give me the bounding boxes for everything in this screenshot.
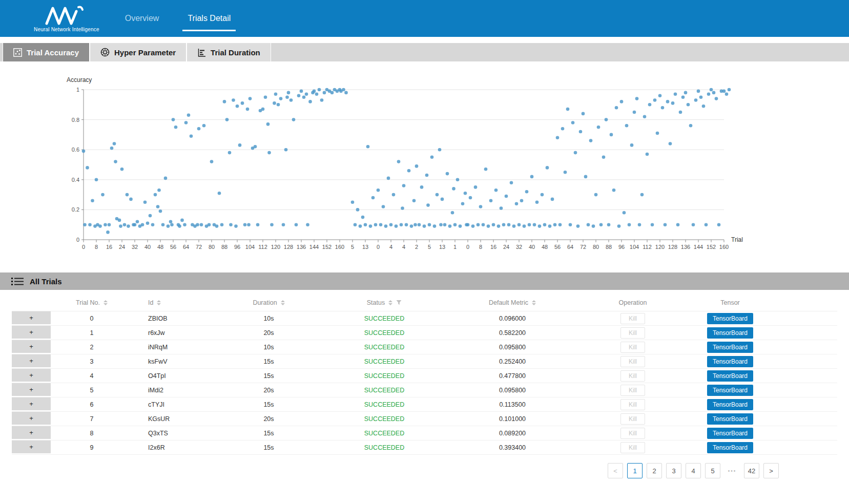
tensorboard-button[interactable]: TensorBoard [707, 385, 753, 396]
tensorboard-button[interactable]: TensorBoard [707, 413, 753, 425]
kill-button[interactable]: Kill [620, 370, 645, 382]
nav-trials-detail[interactable]: Trials Detail [187, 11, 232, 26]
trial-id-cell: iMdi2 [133, 387, 210, 394]
trial-id-cell: ZBIOB [133, 315, 210, 322]
kill-button[interactable]: Kill [620, 442, 645, 453]
scatter-point [284, 148, 288, 152]
sort-icon[interactable] [157, 300, 161, 305]
pagination-page-1[interactable]: 1 [627, 463, 643, 478]
scatter-point [249, 97, 252, 100]
tensorboard-button[interactable]: TensorBoard [707, 313, 753, 324]
trial-id-cell: I2x6R [133, 444, 210, 451]
scatter-point [689, 124, 693, 128]
scatter-point [292, 118, 296, 121]
tensorboard-button[interactable]: TensorBoard [707, 327, 753, 339]
scatter-point [664, 223, 667, 226]
kill-button[interactable]: Kill [620, 385, 645, 396]
default-metric-cell: 0.095800 [441, 387, 584, 394]
scatter-point [502, 223, 506, 226]
x-tick-label: 32 [516, 244, 522, 250]
scatter-point [474, 185, 478, 189]
nav-overview[interactable]: Overview [124, 11, 160, 26]
sort-icon[interactable] [281, 300, 285, 305]
accuracy-chart: 00.20.40.60.8108162432404856647280889610… [66, 76, 783, 255]
expand-row-button[interactable]: + [12, 383, 51, 397]
scatter-point [525, 190, 529, 194]
scatter-point [190, 135, 193, 138]
tensorboard-button[interactable]: TensorBoard [707, 342, 753, 353]
status-cell: SUCCEEDED [328, 401, 441, 408]
sort-icon[interactable] [103, 300, 108, 305]
sort-icon[interactable] [532, 300, 536, 305]
column-header-duration[interactable]: Duration [210, 299, 328, 306]
kill-button[interactable]: Kill [620, 413, 645, 425]
tensorboard-button[interactable]: TensorBoard [707, 370, 753, 382]
expand-row-button[interactable]: + [12, 354, 51, 368]
pagination-page-4[interactable]: 4 [686, 463, 701, 478]
x-tick-label: 48 [542, 244, 548, 250]
expand-row-button[interactable]: + [12, 440, 51, 454]
column-header-default-metric[interactable]: Default Metric [441, 299, 584, 306]
x-tick-label: 4 [389, 244, 392, 250]
pagination-page-42[interactable]: 42 [744, 463, 759, 478]
expand-row-button[interactable]: + [12, 397, 51, 411]
scatter-point [295, 223, 298, 226]
scatter-point [623, 211, 626, 215]
tab-trial-duration[interactable]: Trial Duration [187, 43, 271, 61]
sort-icon[interactable] [388, 300, 392, 305]
scatter-point [392, 193, 396, 197]
pagination-prev[interactable]: < [608, 463, 623, 478]
kill-button[interactable]: Kill [620, 327, 645, 339]
tab-hyper-parameter[interactable]: Hyper Parameter [90, 43, 187, 61]
table-row: +7KGsUR20sSUCCEEDED0.101000KillTensorBoa… [12, 412, 837, 426]
x-tick-label: 8 [95, 244, 98, 250]
tensorboard-button[interactable]: TensorBoard [707, 399, 753, 410]
trial-no-cell: 6 [51, 401, 133, 408]
pagination-page-3[interactable]: 3 [666, 463, 681, 478]
scatter-point [118, 219, 121, 222]
default-metric-cell: 0.582200 [441, 329, 584, 337]
column-label: Operation [619, 299, 647, 306]
kill-button[interactable]: Kill [620, 356, 645, 367]
pagination-next[interactable]: > [763, 463, 779, 478]
expand-row-button[interactable]: + [12, 369, 51, 383]
pagination-page-2[interactable]: 2 [647, 463, 662, 478]
expand-row-button[interactable]: + [12, 412, 51, 426]
scatter-point [725, 93, 729, 96]
x-tick-label: 8 [479, 244, 482, 250]
scatter-point [377, 188, 380, 192]
pagination-ellipsis[interactable]: ••• [724, 463, 740, 478]
scatter-point [98, 224, 102, 228]
expand-row-button[interactable]: + [12, 426, 51, 440]
expand-row-button[interactable]: + [12, 340, 51, 354]
scatter-point [402, 184, 406, 187]
kill-button[interactable]: Kill [620, 342, 645, 353]
expand-row-button[interactable]: + [12, 326, 51, 340]
accuracy-scatter-svg: 00.20.40.60.8108162432404856647280889610… [66, 76, 783, 255]
default-metric-cell: 0.096000 [441, 315, 584, 322]
kill-button[interactable]: Kill [620, 313, 645, 324]
tensorboard-button[interactable]: TensorBoard [707, 428, 753, 439]
x-tick-label: 0 [466, 244, 469, 250]
column-header-trial-no[interactable]: Trial No. [51, 299, 133, 306]
kill-button[interactable]: Kill [620, 428, 645, 439]
column-header-id[interactable]: Id [133, 299, 210, 306]
tensorboard-button[interactable]: TensorBoard [707, 356, 753, 367]
scatter-point [101, 193, 105, 197]
scatter-point [238, 143, 242, 147]
x-tick-label: 40 [529, 244, 535, 250]
filter-icon[interactable] [396, 300, 402, 305]
scatter-point [584, 175, 588, 179]
tab-trial-accuracy[interactable]: Trial Accuracy [3, 43, 90, 61]
column-header-status[interactable]: Status [328, 299, 441, 306]
pagination-page-5[interactable]: 5 [705, 463, 720, 478]
scatter-point [661, 106, 665, 110]
scatter-point [220, 223, 224, 226]
scatter-point [574, 151, 577, 155]
scatter-point [167, 224, 170, 228]
scatter-point [438, 148, 442, 152]
kill-button[interactable]: Kill [620, 399, 645, 410]
x-tick-label: 72 [580, 244, 586, 250]
tensorboard-button[interactable]: TensorBoard [707, 442, 753, 453]
expand-row-button[interactable]: + [12, 311, 51, 325]
